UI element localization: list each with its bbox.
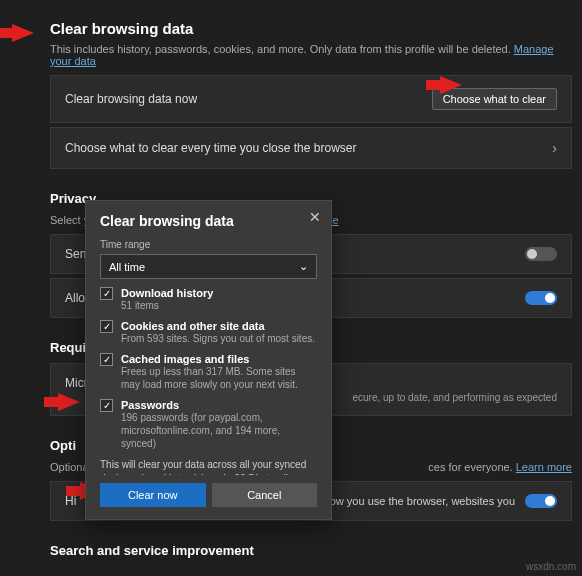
annotation-arrow bbox=[440, 76, 462, 94]
time-range-label: Time range bbox=[100, 239, 317, 250]
optional-learn-link[interactable]: Learn more bbox=[516, 461, 572, 473]
checkbox[interactable] bbox=[100, 353, 113, 366]
page-title: Clear browsing data bbox=[50, 20, 572, 37]
annotation-arrow bbox=[12, 24, 34, 42]
annotation-arrow bbox=[58, 393, 80, 411]
checkbox[interactable] bbox=[100, 320, 113, 333]
watermark: wsxdn.com bbox=[526, 561, 576, 572]
checkbox-item: Cached images and filesFrees up less tha… bbox=[100, 353, 317, 391]
checkbox[interactable] bbox=[100, 287, 113, 300]
checkbox-item: Download history51 items bbox=[100, 287, 317, 312]
checkbox-title: Download history bbox=[121, 287, 213, 299]
checkbox-title: Passwords bbox=[121, 399, 317, 411]
clear-now-row: Clear browsing data now Choose what to c… bbox=[50, 75, 572, 123]
search-heading: Search and service improvement bbox=[50, 543, 572, 558]
cancel-button[interactable]: Cancel bbox=[212, 483, 318, 507]
clear-data-dialog: Clear browsing data ✕ Time range All tim… bbox=[85, 200, 332, 520]
time-range-select[interactable]: All time ⌄ bbox=[100, 254, 317, 279]
checkbox-item: Passwords196 passwords (for paypal.com, … bbox=[100, 399, 317, 450]
clear-now-button[interactable]: Clear now bbox=[100, 483, 206, 507]
checkbox-subtitle: 196 passwords (for paypal.com, microsoft… bbox=[121, 411, 317, 450]
diag-toggle[interactable] bbox=[525, 494, 557, 508]
clear-on-close-label: Choose what to clear every time you clos… bbox=[65, 141, 356, 155]
checkbox-subtitle: 51 items bbox=[121, 299, 213, 312]
checkbox-subtitle: From 593 sites. Signs you out of most si… bbox=[121, 332, 315, 345]
chevron-right-icon: › bbox=[552, 140, 557, 156]
chevron-down-icon: ⌄ bbox=[299, 260, 308, 273]
checkbox-title: Cookies and other site data bbox=[121, 320, 315, 332]
checkbox-item: Cookies and other site dataFrom 593 site… bbox=[100, 320, 317, 345]
checkbox-title: Cached images and files bbox=[121, 353, 317, 365]
close-icon[interactable]: ✕ bbox=[309, 209, 321, 225]
allow-toggle[interactable] bbox=[525, 291, 557, 305]
page-desc: This includes history, passwords, cookie… bbox=[50, 43, 572, 67]
dialog-title: Clear browsing data bbox=[100, 213, 317, 229]
checkbox-subtitle: Frees up less than 317 MB. Some sites ma… bbox=[121, 365, 317, 391]
clear-now-label: Clear browsing data now bbox=[65, 92, 197, 106]
checkbox[interactable] bbox=[100, 399, 113, 412]
clear-on-close-row[interactable]: Choose what to clear every time you clos… bbox=[50, 127, 572, 169]
send-toggle[interactable] bbox=[525, 247, 557, 261]
sync-warning: This will clear your data across all you… bbox=[100, 458, 317, 475]
